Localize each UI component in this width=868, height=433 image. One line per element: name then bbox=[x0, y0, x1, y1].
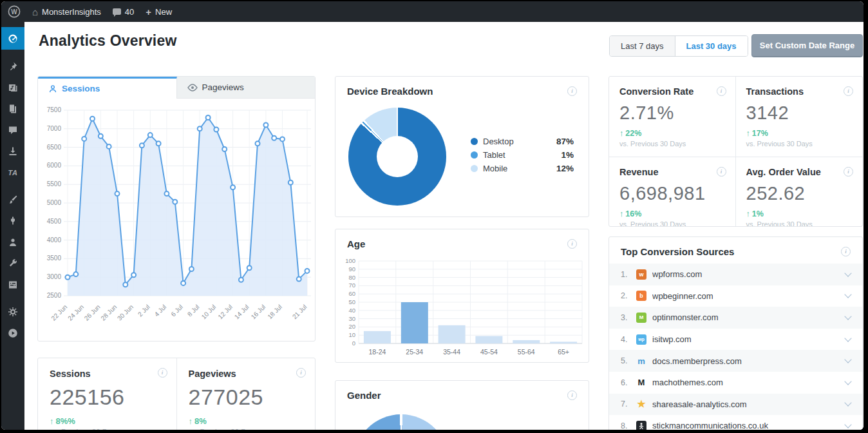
donut-hole bbox=[377, 136, 418, 177]
stat-value: 252.62 bbox=[746, 183, 853, 204]
panel-title: Top Conversion Sources bbox=[621, 246, 734, 257]
svg-text:100: 100 bbox=[345, 257, 355, 264]
sidebar-item-plugins[interactable] bbox=[1, 210, 24, 231]
chevron-down-icon[interactable] bbox=[844, 334, 851, 342]
sidebar-item-video[interactable] bbox=[1, 322, 24, 343]
svg-text:0: 0 bbox=[352, 340, 355, 347]
svg-text:2 Jul: 2 Jul bbox=[137, 303, 151, 318]
svg-text:16 Jul: 16 Jul bbox=[250, 303, 267, 321]
stickman-favicon bbox=[636, 421, 646, 430]
info-icon[interactable]: i bbox=[567, 390, 577, 400]
ecommerce-stats-panel: Conversion Rate i 2.71% ↑22% vs. Previou… bbox=[609, 76, 863, 227]
source-row-machothemes.com[interactable]: 6.Mmachothemes.com bbox=[609, 372, 862, 394]
info-icon[interactable]: i bbox=[844, 167, 853, 177]
stat-compare-label: vs. Previous 30 Days bbox=[746, 220, 853, 227]
set-custom-date-range-button[interactable]: Set Custom Date Range bbox=[751, 34, 863, 57]
stat-label: Avg. Order Value bbox=[746, 167, 821, 177]
sidebar-item-settings[interactable] bbox=[1, 274, 24, 295]
tab-sessions[interactable]: Sessions bbox=[38, 77, 177, 99]
source-row-wpbeginner.com[interactable]: 2.bwpbeginner.com bbox=[609, 285, 862, 307]
sidebar-item-ta-plugin[interactable]: TA bbox=[1, 162, 24, 183]
main-content: Analytics Overview Last 7 days Last 30 d… bbox=[24, 22, 863, 430]
source-domain: wpbeginner.com bbox=[652, 291, 845, 301]
svg-text:8 Jul: 8 Jul bbox=[186, 303, 201, 318]
wpforms-favicon: w bbox=[636, 269, 646, 280]
chevron-down-icon[interactable] bbox=[844, 399, 851, 407]
comments-icon bbox=[113, 8, 121, 15]
stat-change: 1% bbox=[752, 209, 764, 218]
ta-label: TA bbox=[8, 169, 18, 177]
chevron-down-icon[interactable] bbox=[844, 269, 851, 276]
info-icon[interactable]: i bbox=[717, 167, 726, 177]
sidebar-item-users[interactable] bbox=[1, 231, 24, 253]
panel-title: Age bbox=[347, 238, 365, 249]
sidebar-item-media[interactable] bbox=[1, 77, 24, 98]
source-rank: 7. bbox=[621, 399, 636, 409]
svg-text:50: 50 bbox=[348, 298, 355, 305]
sidebar-item-seo[interactable] bbox=[1, 301, 24, 322]
source-rank: 5. bbox=[621, 356, 636, 365]
chevron-down-icon[interactable] bbox=[844, 313, 851, 320]
sidebar-item-downloads[interactable] bbox=[1, 140, 24, 162]
source-row-docs.memberpress.com[interactable]: 5.mdocs.memberpress.com bbox=[609, 350, 862, 372]
source-row-shareasale-analytics.com[interactable]: 7.★shareasale-analytics.com bbox=[609, 394, 862, 416]
revenue-stat-card: Revenue i 6,698,981 ↑16% vs. Previous 30… bbox=[609, 157, 736, 227]
sidebar-item-pages[interactable] bbox=[1, 98, 24, 119]
chevron-down-icon[interactable] bbox=[844, 291, 851, 298]
svg-text:2500: 2500 bbox=[47, 292, 62, 299]
legend-label: Tablet bbox=[483, 150, 561, 160]
info-icon[interactable]: i bbox=[158, 368, 167, 378]
chevron-down-icon[interactable] bbox=[844, 421, 851, 428]
svg-text:55-64: 55-64 bbox=[518, 348, 535, 356]
age-panel: Age i 010203040506070809010018-2425-3435… bbox=[335, 229, 589, 363]
range-button-last-7-days[interactable]: Last 7 days bbox=[610, 36, 675, 56]
stat-value: 2.71% bbox=[619, 102, 725, 124]
sliders-icon bbox=[8, 280, 18, 290]
info-icon[interactable]: i bbox=[844, 86, 853, 96]
tab-pageviews[interactable]: Pageviews bbox=[177, 77, 316, 99]
source-row-isitwp.com[interactable]: 4.wpisitwp.com bbox=[609, 329, 862, 351]
stat-compare-label: vs. Previous 30 Days bbox=[50, 428, 165, 430]
new-label: New bbox=[155, 7, 172, 17]
sidebar-item-tools[interactable] bbox=[1, 253, 24, 274]
svg-text:10 Jul: 10 Jul bbox=[200, 303, 218, 321]
sidebar-item-posts[interactable] bbox=[1, 55, 24, 77]
source-row-optinmonster.com[interactable]: 3.Moptinmonster.com bbox=[609, 307, 862, 329]
device-donut-chart bbox=[348, 108, 446, 206]
svg-text:60: 60 bbox=[348, 290, 355, 297]
wordpress-logo-icon: W bbox=[8, 5, 21, 18]
source-row-stickmancommunications.co.uk[interactable]: 8.stickmancommunications.co.uk bbox=[609, 415, 862, 430]
sidebar-item-appearance[interactable] bbox=[1, 189, 24, 210]
info-icon[interactable]: i bbox=[717, 86, 726, 96]
up-arrow-icon: ↑ bbox=[746, 129, 750, 138]
stat-value: 6,698,981 bbox=[619, 183, 725, 204]
chevron-down-icon[interactable] bbox=[844, 356, 851, 363]
chevron-down-icon[interactable] bbox=[844, 378, 851, 385]
svg-text:3500: 3500 bbox=[47, 255, 62, 262]
site-menu[interactable]: ⌂ MonsterInsights bbox=[32, 7, 101, 17]
info-icon[interactable]: i bbox=[296, 368, 306, 378]
source-domain: wpforms.com bbox=[652, 269, 845, 279]
plus-icon: + bbox=[146, 7, 151, 17]
source-row-wpforms.com[interactable]: 1.wwpforms.com bbox=[609, 264, 862, 285]
chart-tabs: Sessions Pageviews bbox=[38, 77, 315, 99]
info-icon[interactable]: i bbox=[567, 86, 577, 96]
tab-pageviews-label: Pageviews bbox=[202, 82, 244, 92]
legend-row-desktop: Desktop87% bbox=[471, 135, 574, 148]
info-icon[interactable]: i bbox=[841, 247, 851, 256]
sidebar-item-comments[interactable] bbox=[1, 119, 24, 140]
svg-text:35-44: 35-44 bbox=[443, 348, 460, 356]
wp-logo-menu[interactable]: W bbox=[8, 5, 21, 18]
optinmonster-favicon: M bbox=[636, 313, 646, 323]
shareasale-favicon: ★ bbox=[636, 399, 646, 409]
top-conversion-sources-panel: Top Conversion Sources i 1.wwpforms.com2… bbox=[609, 236, 863, 430]
eye-icon bbox=[187, 84, 198, 91]
home-icon: ⌂ bbox=[32, 7, 38, 17]
svg-text:3000: 3000 bbox=[47, 273, 62, 280]
comments-menu[interactable]: 40 bbox=[113, 7, 134, 17]
new-content-menu[interactable]: + New bbox=[146, 7, 172, 17]
sidebar-item-monsterinsights-dashboard[interactable] bbox=[1, 27, 24, 50]
info-icon[interactable]: i bbox=[567, 239, 577, 249]
svg-text:7000: 7000 bbox=[47, 125, 62, 132]
range-button-last-30-days[interactable]: Last 30 days bbox=[675, 36, 748, 56]
